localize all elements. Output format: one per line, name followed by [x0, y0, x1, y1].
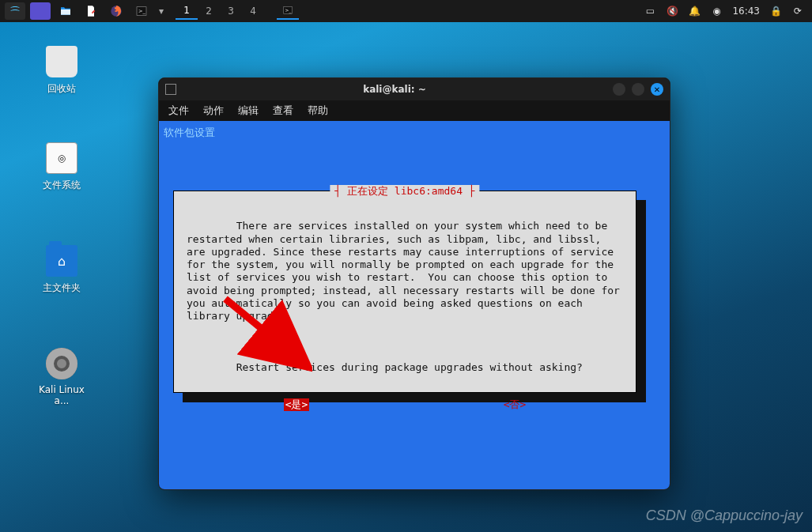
- top-panel: >_ ▾ 1 2 3 4 >_ ▭ 🔇 🔔 ◉ 16:43 🔒 ⟳: [0, 0, 812, 22]
- debconf-dialog: ┤ 正在设定 libc6:amd64 ├ There are services …: [173, 191, 636, 393]
- terminal-window: kali@kali: ~ ✕ 文件 动作 编辑 查看 帮助 软件包设置 ┤ 正在…: [158, 77, 670, 490]
- desktop-filesystem[interactable]: ◎ 文件系统: [30, 142, 93, 192]
- desktop-trash[interactable]: 回收站: [30, 46, 93, 96]
- titlebar[interactable]: kali@kali: ~ ✕: [159, 78, 670, 100]
- dropdown-icon[interactable]: ▾: [157, 2, 166, 20]
- session-icon[interactable]: ⟳: [791, 5, 804, 17]
- close-button[interactable]: ✕: [651, 83, 663, 96]
- bg-icon[interactable]: [30, 2, 51, 20]
- dialog-title: 正在设定 libc6:amd64: [347, 185, 463, 197]
- workspace-switcher: 1 2 3 4: [176, 2, 264, 20]
- firefox-icon[interactable]: [106, 2, 127, 20]
- trash-icon: [46, 46, 77, 77]
- cd-icon: [46, 348, 77, 379]
- workspace-3[interactable]: 3: [220, 2, 242, 20]
- svg-text:>_: >_: [285, 8, 292, 13]
- desktop-home[interactable]: ⌂ 主文件夹: [30, 245, 93, 295]
- desktop-iso[interactable]: Kali Linux a...: [30, 348, 93, 406]
- menu-icon[interactable]: [5, 2, 25, 20]
- folder-icon: ⌂: [46, 245, 77, 277]
- power-icon[interactable]: ◉: [710, 5, 723, 17]
- maximize-button[interactable]: [632, 83, 644, 96]
- clock[interactable]: 16:43: [732, 6, 760, 17]
- desktop-iso-label: Kali Linux a...: [30, 384, 93, 406]
- minimize-button[interactable]: [613, 83, 625, 96]
- menu-file[interactable]: 文件: [168, 104, 189, 118]
- window-icon: [165, 84, 176, 95]
- menubar: 文件 动作 编辑 查看 帮助: [159, 100, 670, 121]
- desktop-home-label: 主文件夹: [30, 281, 93, 295]
- menu-help[interactable]: 帮助: [308, 104, 328, 118]
- desktop-filesystem-label: 文件系统: [30, 179, 93, 192]
- terminal-launcher[interactable]: >_: [131, 2, 152, 20]
- watermark: CSDN @Cappuccino-jay: [646, 507, 803, 524]
- menu-actions[interactable]: 动作: [203, 104, 224, 118]
- menu-view[interactable]: 查看: [273, 104, 293, 118]
- tray-icon[interactable]: ▭: [644, 5, 656, 17]
- package-config-title: 软件包设置: [164, 126, 215, 140]
- dialog-question: Restart services during package upgrades…: [236, 361, 583, 373]
- yes-button[interactable]: <是>: [284, 398, 310, 411]
- notifications-icon[interactable]: 🔔: [688, 5, 701, 17]
- taskbar-terminal[interactable]: >_: [277, 2, 299, 20]
- disk-icon: ◎: [46, 142, 77, 174]
- workspace-2[interactable]: 2: [198, 2, 220, 20]
- svg-rect-0: [61, 9, 70, 15]
- workspace-1[interactable]: 1: [176, 2, 198, 20]
- svg-text:>_: >_: [138, 8, 146, 14]
- terminal-body: 软件包设置 ┤ 正在设定 libc6:amd64 ├ There are ser…: [159, 121, 670, 489]
- volume-muted-icon[interactable]: 🔇: [666, 5, 678, 17]
- dialog-body-text: There are services installed on your sys…: [187, 220, 626, 322]
- desktop-trash-label: 回收站: [30, 82, 93, 96]
- no-button[interactable]: <否>: [504, 398, 527, 411]
- lock-icon[interactable]: 🔒: [769, 5, 782, 17]
- files-icon[interactable]: [55, 2, 76, 20]
- menu-edit[interactable]: 编辑: [238, 104, 259, 118]
- editor-icon[interactable]: [81, 2, 101, 20]
- window-title: kali@kali: ~: [183, 84, 606, 95]
- workspace-4[interactable]: 4: [242, 2, 264, 20]
